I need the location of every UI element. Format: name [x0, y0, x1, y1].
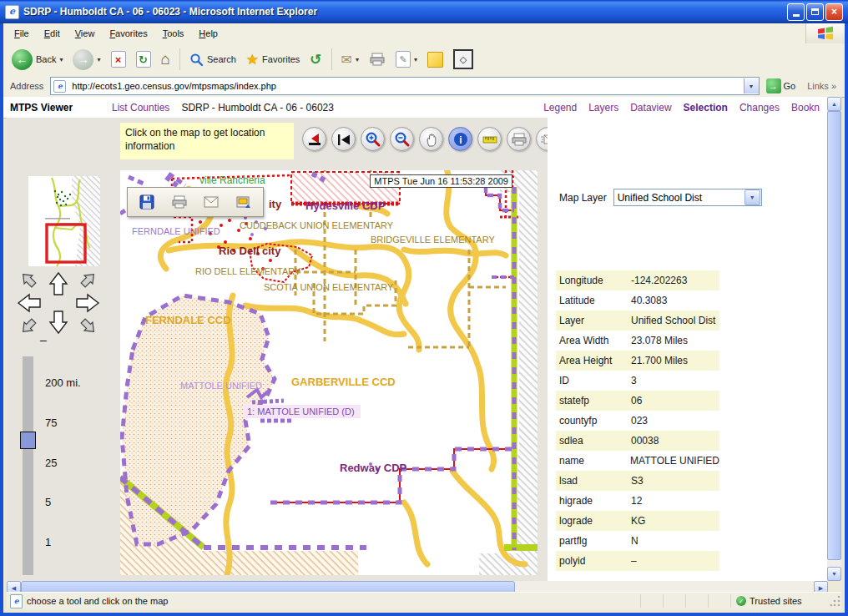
map-layer-dropdown-icon[interactable]: ▼ [745, 189, 760, 205]
map-print-button[interactable] [168, 191, 191, 213]
mail-caret-icon[interactable]: ▾ [356, 56, 359, 63]
map-label-rio-dell-city: Rio Dell city [219, 245, 281, 257]
discuss-button[interactable] [424, 50, 447, 69]
nav-bookmarks[interactable]: Bookn [791, 102, 820, 114]
attr-key: Latitude [556, 295, 631, 306]
menu-file[interactable]: File [7, 26, 37, 41]
map-layer-label: Map Layer [559, 192, 607, 204]
home-button[interactable]: ⌂ [158, 48, 174, 70]
scale-label-5: 5 [45, 496, 51, 508]
table-row: partflgN [556, 531, 719, 551]
address-dropdown-button[interactable]: ▼ [744, 78, 759, 93]
messenger-button[interactable]: ◇ [450, 48, 477, 71]
home-icon: ⌂ [161, 50, 170, 68]
zoom-county-icon [306, 131, 323, 148]
stop-button[interactable]: × [108, 49, 129, 69]
vertical-scroll-thumb[interactable] [827, 111, 841, 560]
attr-value: N [631, 535, 719, 547]
map-layer-select[interactable]: Unified School Dist ▼ [613, 189, 762, 206]
map-export-button[interactable] [232, 191, 255, 213]
pan-arrow-pad [15, 270, 103, 336]
map-label-garberville-ccd: GARBERVILLE CCD [291, 376, 396, 388]
attr-key: ID [556, 375, 631, 386]
measure-button[interactable] [477, 127, 502, 151]
menu-bar: File Edit View Favorites Tools Help [3, 23, 845, 44]
app-brand: MTPS Viewer [10, 102, 112, 114]
pan-north-arrow[interactable] [50, 273, 67, 295]
previous-extent-button[interactable] [331, 127, 356, 151]
zoom-slider-thumb[interactable] [20, 432, 36, 449]
map-timestamp: MTPS Tue Jun 16 11:53:28 2009 [370, 174, 512, 188]
address-input[interactable] [70, 80, 743, 92]
links-menu[interactable]: Links » [802, 81, 841, 91]
nav-legend[interactable]: Legend [543, 102, 577, 114]
forward-button[interactable]: → ▾ [69, 48, 103, 72]
info-icon: i [452, 131, 469, 148]
forward-caret-icon: ▾ [97, 56, 100, 63]
menu-view[interactable]: View [68, 26, 103, 41]
favorites-label: Favorites [262, 54, 300, 64]
address-input-box: e ▼ [50, 77, 759, 95]
back-caret-icon[interactable]: ▾ [59, 56, 63, 63]
zoom-in-button[interactable] [361, 127, 385, 151]
close-button[interactable]: × [825, 3, 843, 21]
search-button[interactable]: Search [186, 51, 240, 68]
attr-value: 023 [631, 415, 719, 427]
zoom-out-button[interactable] [390, 127, 414, 151]
sticky-note-icon [427, 52, 443, 68]
resize-grip[interactable] [830, 594, 841, 608]
zoom-slider-track[interactable] [23, 356, 33, 575]
go-button[interactable]: → Go [763, 78, 800, 94]
print-map-button[interactable] [507, 127, 531, 151]
scroll-up-button[interactable]: ▲ [827, 97, 841, 111]
pan-east-arrow[interactable] [77, 295, 98, 311]
map-label-cuddeback: CUDDEBACK UNION ELEMENTARY [240, 220, 394, 230]
print-button[interactable] [366, 50, 389, 68]
app-header: MTPS Viewer List Counties SDRP - Humbold… [3, 97, 831, 119]
map-email-button[interactable] [199, 191, 223, 213]
nav-selection[interactable]: Selection [684, 102, 728, 114]
pan-southwest-arrow[interactable] [19, 317, 38, 336]
links-chevron-icon: » [831, 81, 836, 91]
map-toolbar: i [302, 127, 560, 151]
map-canvas[interactable]: ville Rancheria ity Hydesville CDP CUDDE… [120, 170, 538, 575]
scale-label-25: 25 [45, 457, 57, 469]
pan-button[interactable] [419, 127, 443, 151]
back-button[interactable]: ← Back ▾ [8, 48, 66, 72]
history-icon: ↺ [310, 51, 321, 68]
nav-dataview[interactable]: Dataview [630, 102, 671, 114]
info-button[interactable]: i [448, 127, 472, 151]
menu-tools[interactable]: Tools [155, 26, 192, 41]
favorites-button[interactable]: ★ Favorites [243, 49, 304, 70]
trusted-check-icon: ✓ [736, 596, 746, 606]
mail-button[interactable]: ✉ ▾ [338, 50, 362, 69]
zoom-to-county-button[interactable] [302, 127, 326, 151]
minimize-button[interactable] [787, 3, 805, 21]
menu-favorites[interactable]: Favorites [102, 26, 154, 41]
pan-southeast-arrow[interactable] [79, 317, 98, 336]
attr-value: 40.3083 [631, 295, 719, 306]
menu-help[interactable]: Help [191, 26, 225, 41]
nav-layers[interactable]: Layers [588, 102, 618, 114]
pan-south-arrow[interactable] [50, 311, 67, 333]
menu-edit[interactable]: Edit [37, 26, 68, 41]
map-save-button[interactable] [135, 191, 159, 213]
edit-button[interactable]: ✎ ▾ [392, 49, 421, 69]
print-icon [171, 194, 188, 210]
nav-changes[interactable]: Changes [739, 102, 780, 114]
map-label-ferndale-unified: FERNDALE UNIFIED [132, 226, 220, 236]
favorites-star-icon: ★ [246, 51, 259, 68]
map-viewport[interactable]: ville Rancheria ity Hydesville CDP CUDDE… [120, 170, 538, 575]
list-counties-link[interactable]: List Counties [112, 102, 169, 114]
pan-west-arrow[interactable] [18, 295, 40, 311]
map-label-ferndale-ccd: FERNDALE CCD [145, 314, 231, 326]
scroll-down-button[interactable]: ▼ [827, 567, 841, 581]
attr-value: 3 [631, 375, 719, 386]
refresh-button[interactable]: ↻ [133, 49, 154, 69]
history-button[interactable]: ↺ [306, 49, 325, 70]
pan-northeast-arrow[interactable] [79, 270, 98, 290]
overview-map[interactable] [28, 176, 100, 266]
maximize-button[interactable] [806, 3, 824, 21]
pan-northwest-arrow[interactable] [19, 270, 38, 290]
vertical-scrollbar[interactable]: ▲ ▼ [827, 97, 841, 581]
